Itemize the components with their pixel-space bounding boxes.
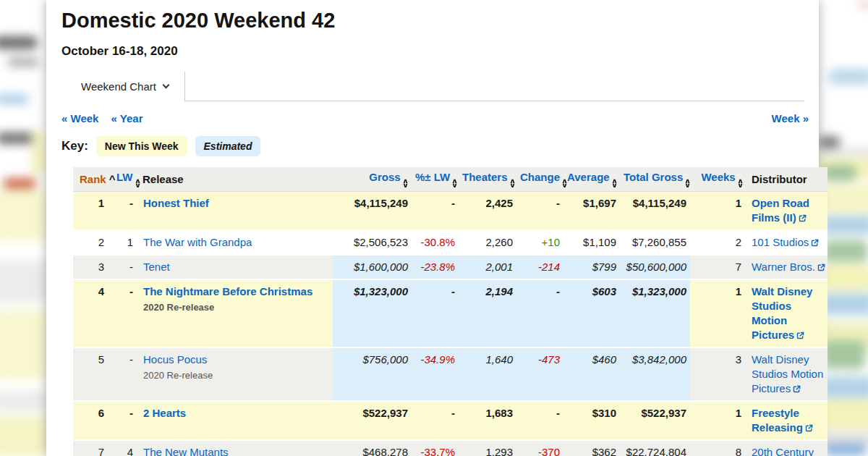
column-label: Rank — [80, 173, 106, 185]
gross-cell: $2,506,523 — [333, 230, 412, 255]
release-cell: 2 Hearts — [139, 401, 333, 440]
distributor-cell: Freestyle Releasing — [746, 401, 827, 440]
pct-value: - — [451, 285, 455, 297]
weeks-cell: 8 — [690, 440, 746, 456]
gross-cell: $756,000 — [333, 347, 412, 401]
pct-value: - — [451, 407, 455, 419]
release-link[interactable]: Honest Thief — [143, 197, 209, 209]
blur-blob — [0, 391, 51, 411]
blur-blob — [0, 310, 51, 379]
distributor-cell: Walt Disney Studios Motion Pictures — [746, 347, 827, 401]
weeks-cell: 1 — [690, 401, 746, 440]
sort-icon: ∧∨ — [738, 179, 743, 187]
distributor-link[interactable]: Walt Disney Studios Motion Pictures — [752, 285, 812, 341]
pct-lw-cell: -34.9% — [412, 347, 459, 401]
distributor-link[interactable]: 20th Century Studios — [752, 446, 814, 456]
column-label: Change — [520, 171, 560, 183]
blur-blob — [0, 261, 51, 303]
pct-value: - — [451, 197, 455, 209]
prev-week-link[interactable]: « Week — [61, 112, 98, 124]
gross-cell: $468,278 — [333, 440, 412, 456]
distributor-link[interactable]: Walt Disney Studios Motion Pictures — [752, 353, 823, 394]
external-link-icon — [793, 385, 801, 393]
weeks-cell: 1 — [690, 279, 746, 347]
column-label: Release — [142, 173, 184, 185]
sort-icon: ∧∨ — [135, 179, 140, 187]
external-link-icon — [811, 239, 819, 247]
column-header[interactable]: LW∧∨ — [113, 167, 139, 192]
table-row: 6 - 2 Hearts $522,937 - 1,683 - $310 $52… — [73, 401, 827, 440]
distributor-cell: Walt Disney Studios Motion Pictures — [746, 279, 827, 347]
column-header: Distributor — [746, 167, 827, 192]
release-link[interactable]: The New Mutants — [143, 446, 229, 456]
blur-blob — [823, 340, 865, 369]
change-cell: - — [516, 279, 563, 347]
weekend-chart-tab[interactable]: Weekend Chart — [61, 72, 185, 102]
pct-lw-cell: -30.8% — [412, 230, 459, 255]
change-value: -473 — [538, 353, 560, 366]
column-label: %± LW — [415, 171, 450, 183]
release-link[interactable]: Tenet — [143, 261, 170, 273]
rank-cell: 3 — [73, 255, 113, 279]
prev-year-link[interactable]: « Year — [111, 112, 143, 124]
table-row: 4 - The Nightmare Before Christmas 2020 … — [73, 279, 827, 347]
column-header[interactable]: Weeks∧∨ — [690, 167, 746, 192]
release-link[interactable]: Hocus Pocus — [143, 353, 207, 366]
pct-lw-cell: -23.8% — [412, 255, 459, 279]
chart-navigation: « Week « Year Week » — [61, 101, 819, 124]
theaters-cell: 2,260 — [459, 230, 516, 255]
column-header[interactable]: Rank^ — [73, 167, 113, 192]
release-link[interactable]: The Nightmare Before Christmas — [143, 285, 312, 297]
distributor-link[interactable]: 101 Studios — [752, 236, 819, 248]
column-label: Theaters — [462, 171, 508, 183]
column-label: Total Gross — [624, 171, 683, 183]
blur-blob — [3, 178, 36, 189]
release-link[interactable]: The War with Grandpa — [143, 236, 252, 248]
pct-value: -23.8% — [420, 261, 455, 273]
key-label: Key: — [61, 139, 88, 153]
last-week-cell: - — [113, 255, 139, 279]
column-header[interactable]: Change∧∨ — [516, 167, 563, 192]
distributor-link[interactable]: Open Road Films (II) — [752, 197, 809, 224]
change-cell: +10 — [516, 230, 563, 255]
blur-blob — [817, 136, 841, 148]
total-gross-cell: $522,937 — [620, 401, 690, 440]
gross-cell: $1,323,000 — [333, 279, 412, 347]
blur-blob — [0, 36, 38, 49]
column-header[interactable]: %± LW∧∨ — [412, 167, 459, 192]
total-gross-cell: $22,724,804 — [620, 440, 690, 456]
table-row: 1 - Honest Thief $4,115,249 - 2,425 - $1… — [73, 192, 827, 231]
blur-blob — [0, 132, 35, 144]
page-title: Domestic 2020 Weekend 42 — [61, 9, 804, 32]
distributor-name: Freestyle Releasing — [752, 407, 803, 434]
column-label: LW — [116, 171, 133, 183]
blur-blob — [32, 130, 45, 175]
rank-cell: 6 — [73, 401, 113, 440]
weeks-cell: 2 — [690, 230, 746, 255]
rank-cell: 4 — [73, 279, 113, 347]
total-gross-cell: $7,260,855 — [620, 230, 690, 255]
distributor-link[interactable]: Freestyle Releasing — [752, 407, 813, 434]
column-label: Average — [567, 171, 610, 183]
distributor-name: 20th Century Studios — [752, 446, 814, 456]
page-header: Domestic 2020 Weekend 42 October 16-18, … — [46, 0, 819, 101]
last-week-cell: 1 — [113, 230, 139, 255]
total-gross-cell: $1,323,000 — [620, 279, 690, 347]
column-header[interactable]: Gross∧∨ — [333, 167, 412, 192]
column-label: Distributor — [752, 173, 807, 185]
pct-value: -30.8% — [420, 236, 455, 248]
sort-icon: ∧∨ — [685, 179, 690, 187]
change-cell: -214 — [516, 255, 563, 279]
blur-blob — [822, 376, 868, 398]
change-cell: -370 — [516, 440, 563, 456]
last-week-cell: - — [113, 347, 139, 401]
column-header[interactable]: Total Gross∧∨ — [620, 167, 690, 192]
next-week-link[interactable]: Week » — [772, 112, 809, 124]
distributor-link[interactable]: Warner Bros. — [752, 261, 825, 273]
column-header[interactable]: Average∧∨ — [563, 167, 620, 192]
external-link-icon — [805, 424, 813, 432]
blur-blob — [822, 293, 868, 315]
column-header[interactable]: Theaters∧∨ — [459, 167, 516, 192]
release-link[interactable]: 2 Hearts — [143, 407, 186, 419]
column-label: Gross — [369, 171, 400, 183]
